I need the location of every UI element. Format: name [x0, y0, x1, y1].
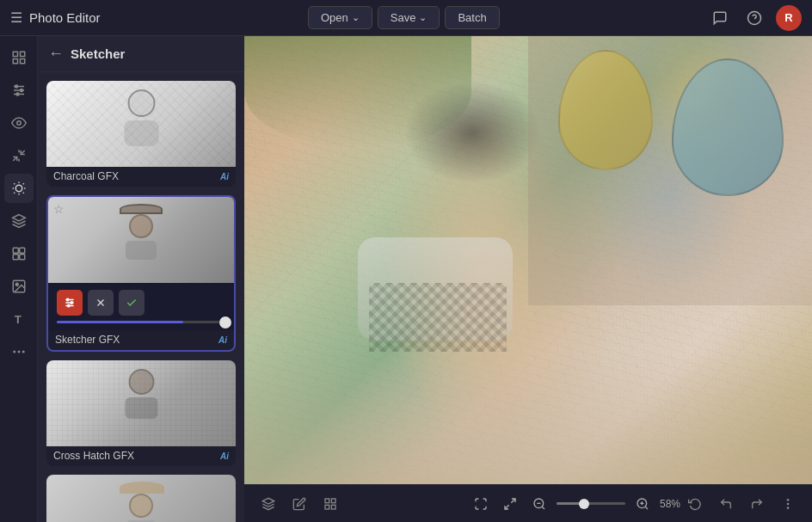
svg-point-22 — [15, 283, 18, 286]
svg-point-11 — [16, 93, 19, 95]
open-button[interactable]: Open ⌄ — [308, 6, 372, 29]
charcoal-label: Charcoal GFX — [53, 170, 119, 182]
svg-marker-35 — [262, 498, 274, 504]
slider-fill — [57, 321, 183, 323]
tool-text[interactable]: T — [4, 304, 34, 334]
svg-line-41 — [505, 505, 509, 509]
user-avatar[interactable]: R — [776, 5, 802, 31]
comment-button[interactable] — [707, 5, 733, 31]
svg-line-43 — [542, 507, 544, 509]
edit-bottom-button[interactable] — [286, 490, 313, 518]
effects-panel: ← Sketcher Charcoal GFX Ai — [38, 36, 244, 522]
svg-point-31 — [71, 302, 72, 304]
tool-effects[interactable] — [4, 174, 34, 203]
svg-point-26 — [22, 351, 24, 353]
tool-layers[interactable] — [4, 206, 34, 236]
filter-thumb-charcoal — [46, 81, 236, 167]
help-button[interactable] — [741, 5, 767, 31]
svg-marker-16 — [12, 215, 25, 222]
sketcher-label-row: Sketcher GFX Ai — [48, 330, 234, 350]
svg-point-49 — [787, 499, 790, 501]
svg-rect-18 — [19, 248, 24, 253]
menu-icon[interactable]: ☰ — [10, 9, 22, 26]
tool-magic[interactable] — [4, 141, 34, 170]
fill-screen-button[interactable] — [498, 492, 522, 516]
confirm-button[interactable] — [119, 290, 145, 316]
sketcher-ai-badge: Ai — [218, 335, 227, 345]
tools-sidebar: T — [0, 36, 38, 522]
slider-row[interactable] — [57, 321, 225, 323]
effect-slider[interactable] — [57, 321, 225, 323]
topbar: ☰ Photo Editor Open ⌄ Save ⌄ Batch R — [0, 0, 812, 36]
star-icon: ☆ — [53, 202, 65, 216]
batch-button[interactable]: Batch — [445, 6, 499, 29]
svg-rect-37 — [331, 499, 335, 503]
svg-rect-20 — [19, 255, 24, 260]
svg-point-50 — [787, 502, 790, 505]
layers-bottom-button[interactable] — [255, 490, 282, 518]
redo-button[interactable] — [743, 490, 771, 518]
filter-thumb-sketcher1 — [46, 475, 236, 522]
tool-grid[interactable] — [4, 43, 34, 72]
charcoal-label-row: Charcoal GFX Ai — [46, 167, 236, 187]
tool-adjustments[interactable] — [4, 76, 34, 105]
filter-card-sketcher[interactable]: ☆ — [46, 195, 236, 352]
filter-card-crosshatch[interactable]: Cross Hatch GFX Ai — [46, 360, 236, 466]
panel-back-button[interactable]: ← — [48, 45, 64, 63]
filter-card-charcoal[interactable]: Charcoal GFX Ai — [46, 81, 236, 187]
control-row — [57, 290, 225, 316]
zoom-slider[interactable] — [557, 502, 625, 505]
charcoal-ai-badge: Ai — [220, 172, 229, 181]
zoom-out-button[interactable] — [527, 492, 551, 516]
fit-screen-button[interactable] — [469, 492, 493, 516]
panel-title: Sketcher — [71, 46, 125, 61]
topbar-center: Open ⌄ Save ⌄ Batch — [308, 6, 500, 29]
bottom-center: 58% — [469, 492, 691, 516]
slider-thumb — [219, 316, 231, 329]
zoom-slider-thumb — [579, 499, 589, 509]
svg-rect-19 — [13, 255, 18, 260]
filter-thumb-sketcher: ☆ — [48, 197, 234, 283]
crosshatch-ai-badge: Ai — [220, 451, 229, 461]
canvas-area: 58% — [244, 36, 812, 522]
crosshatch-label: Cross Hatch GFX — [53, 450, 134, 462]
undo-button[interactable] — [712, 490, 740, 518]
bottom-bar: 58% — [244, 484, 812, 522]
cancel-button[interactable] — [88, 290, 114, 316]
tool-eye[interactable] — [4, 108, 34, 138]
topbar-right: R — [707, 5, 802, 31]
canvas-bg — [244, 36, 812, 484]
svg-point-15 — [15, 185, 22, 192]
zoom-percent: 58% — [660, 498, 691, 510]
svg-line-40 — [511, 499, 515, 503]
svg-line-46 — [645, 507, 648, 509]
svg-rect-2 — [13, 52, 17, 56]
canvas-image[interactable] — [244, 36, 812, 484]
settings-button[interactable] — [57, 290, 83, 316]
zoom-in-button[interactable] — [631, 492, 655, 516]
svg-point-12 — [16, 121, 21, 126]
tool-objects[interactable] — [4, 239, 34, 268]
svg-rect-17 — [13, 248, 18, 253]
sketcher-label: Sketcher GFX — [55, 334, 120, 346]
svg-point-9 — [15, 85, 17, 88]
svg-point-32 — [68, 304, 70, 306]
svg-point-10 — [20, 89, 22, 92]
filter-controls — [48, 283, 234, 330]
svg-point-30 — [67, 298, 69, 300]
more-options-button[interactable] — [774, 490, 802, 518]
filter-card-sketcher1[interactable]: Sketcher 1 — [46, 475, 236, 522]
tool-more[interactable] — [4, 337, 34, 366]
svg-rect-36 — [325, 499, 329, 503]
main-area: T ← Sketcher — [0, 36, 812, 522]
svg-point-51 — [787, 507, 790, 509]
svg-rect-3 — [20, 52, 24, 56]
grid-bottom-button[interactable] — [317, 490, 344, 518]
tool-frame[interactable] — [4, 272, 34, 301]
panel-header: ← Sketcher — [38, 36, 244, 72]
bottom-left — [255, 490, 344, 518]
svg-point-25 — [17, 351, 20, 353]
save-button[interactable]: Save ⌄ — [378, 6, 440, 29]
svg-point-24 — [13, 351, 15, 353]
svg-rect-38 — [325, 505, 329, 509]
